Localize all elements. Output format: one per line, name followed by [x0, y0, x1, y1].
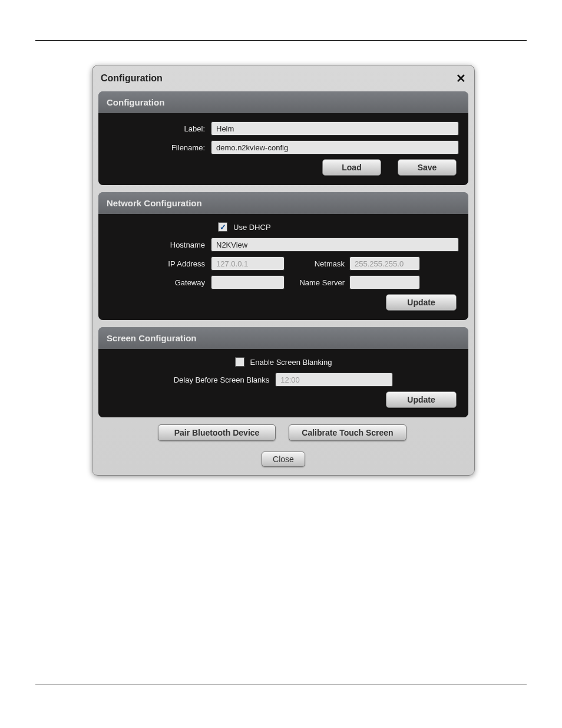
pair-bluetooth-button[interactable]: Pair Bluetooth Device	[158, 424, 276, 441]
filename-label: Filename:	[108, 143, 211, 152]
use-dhcp-checkbox[interactable]	[218, 222, 227, 232]
close-button[interactable]: Close	[262, 452, 305, 467]
gateway-input[interactable]	[211, 275, 285, 289]
section-screen-header: Screen Configuration	[98, 327, 468, 349]
section-network-header: Network Configuration	[98, 192, 468, 214]
hostname-input[interactable]	[211, 238, 459, 252]
section-screen: Screen Configuration Enable Screen Blank…	[98, 327, 468, 417]
label-input[interactable]	[211, 121, 459, 136]
screen-update-button[interactable]: Update	[386, 391, 457, 408]
load-button[interactable]: Load	[322, 159, 381, 176]
hostname-label: Hostname	[108, 241, 211, 249]
section-screen-body: Enable Screen Blanking Delay Before Scre…	[98, 349, 468, 417]
section-configuration-body: Label: Filename: Load Save	[98, 113, 468, 185]
label-label: Label:	[108, 124, 211, 133]
dialog-titlebar: Configuration ✕	[97, 69, 470, 91]
nameserver-input[interactable]	[349, 275, 420, 289]
network-update-button[interactable]: Update	[386, 294, 457, 311]
close-icon[interactable]: ✕	[456, 71, 466, 85]
gateway-label: Gateway	[108, 278, 211, 287]
section-network: Network Configuration Use DHCP Hostname …	[98, 192, 468, 320]
netmask-input[interactable]	[349, 256, 420, 271]
netmask-label: Netmask	[285, 259, 349, 268]
filename-input[interactable]	[211, 140, 459, 154]
section-network-body: Use DHCP Hostname IP Address Netmask Gat…	[98, 214, 468, 320]
use-dhcp-label: Use DHCP	[233, 223, 271, 232]
nameserver-label: Name Server	[285, 278, 349, 287]
enable-blanking-label: Enable Screen Blanking	[250, 358, 332, 367]
page-divider-bottom	[35, 684, 527, 684]
ip-input[interactable]	[211, 256, 285, 271]
delay-input[interactable]	[275, 373, 393, 387]
configuration-dialog: Configuration ✕ Configuration Label: Fil…	[92, 65, 475, 476]
page-divider-top	[35, 40, 527, 41]
calibrate-touch-button[interactable]: Calibrate Touch Screen	[289, 424, 406, 441]
dialog-title: Configuration	[101, 73, 163, 84]
section-configuration: Configuration Label: Filename: Load Save	[98, 91, 468, 185]
section-configuration-header: Configuration	[98, 91, 468, 113]
enable-blanking-checkbox[interactable]	[235, 357, 244, 367]
ip-label: IP Address	[108, 259, 211, 268]
delay-label: Delay Before Screen Blanks	[174, 375, 276, 384]
save-button[interactable]: Save	[398, 159, 457, 176]
